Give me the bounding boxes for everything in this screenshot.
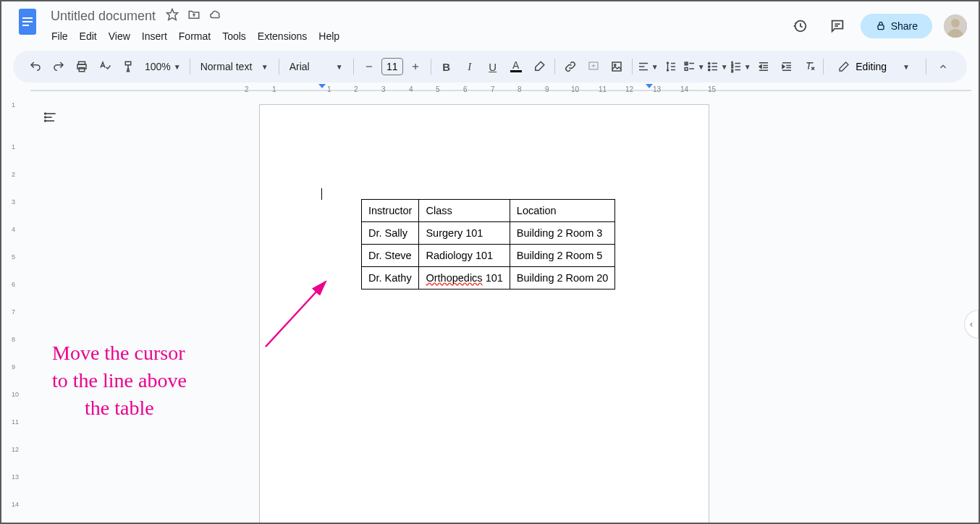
vertical-ruler[interactable]: 1 1 2 3 4 5 6 7 8 9 10 11 12 13 14 — [1, 97, 30, 523]
show-side-panel-button[interactable]: ‹ — [964, 310, 979, 339]
menu-insert[interactable]: Insert — [137, 28, 172, 45]
table-cell[interactable]: Instructor — [362, 200, 419, 222]
svg-point-22 — [614, 64, 615, 66]
svg-rect-31 — [685, 68, 688, 71]
bold-button[interactable]: B — [436, 56, 457, 77]
clear-formatting-button[interactable] — [799, 56, 821, 77]
chevron-down-icon: ▼ — [651, 63, 659, 71]
table-cell[interactable]: Building 2 Room 3 — [510, 222, 615, 245]
underline-button[interactable]: U — [482, 56, 504, 77]
checklist-button[interactable]: ▼ — [683, 56, 705, 77]
outline-toggle-button[interactable] — [39, 106, 62, 129]
svg-point-57 — [45, 113, 46, 114]
print-button[interactable] — [71, 56, 93, 77]
document-title[interactable]: Untitled document — [46, 8, 160, 25]
share-button[interactable]: Share — [861, 14, 932, 38]
editing-mode-button[interactable]: Editing ▼ — [828, 56, 920, 77]
numbered-list-button[interactable]: 123▼ — [730, 56, 751, 77]
menu-edit[interactable]: Edit — [75, 28, 102, 45]
table-cell[interactable]: Dr. Steve — [362, 245, 419, 267]
cloud-status-icon[interactable] — [209, 8, 222, 24]
table-cell[interactable]: Building 2 Room 20 — [510, 267, 615, 290]
table-cell[interactable]: Orthopedics 101 — [419, 267, 510, 290]
chevron-down-icon: ▼ — [698, 63, 705, 71]
redo-button[interactable] — [48, 56, 69, 77]
menu-help[interactable]: Help — [313, 28, 345, 45]
menu-extensions[interactable]: Extensions — [253, 28, 312, 45]
comments-icon[interactable] — [823, 12, 852, 41]
svg-point-10 — [951, 19, 960, 28]
insert-image-button[interactable] — [606, 56, 628, 77]
left-indent-marker[interactable] — [318, 84, 326, 88]
table-cell[interactable]: Radiology 101 — [419, 245, 510, 267]
menu-view[interactable]: View — [104, 28, 135, 45]
italic-button[interactable]: I — [459, 56, 481, 77]
separator — [554, 59, 555, 75]
table-row: Dr. Kathy Orthopedics 101 Building 2 Roo… — [362, 267, 615, 290]
text-color-button[interactable]: A — [505, 56, 527, 77]
insert-link-button[interactable] — [559, 56, 581, 77]
horizontal-ruler[interactable]: 2 1 1 2 3 4 5 6 7 8 9 10 11 12 13 14 15 — [1, 84, 979, 97]
svg-point-58 — [45, 117, 46, 118]
table-row: Dr. Sally Surgery 101 Building 2 Room 3 — [362, 222, 615, 245]
undo-button[interactable] — [25, 56, 46, 77]
menu-file[interactable]: File — [46, 28, 73, 45]
line-spacing-button[interactable] — [660, 56, 682, 77]
collapse-toolbar-button[interactable] — [931, 54, 955, 79]
table-row: Instructor Class Location — [362, 200, 615, 222]
table-cell[interactable]: Dr. Kathy — [362, 267, 419, 290]
text-cursor — [321, 188, 322, 200]
paragraph-style-select[interactable]: Normal text▼ — [195, 58, 274, 75]
table-cell[interactable]: Surgery 101 — [419, 222, 510, 245]
document-table[interactable]: Instructor Class Location Dr. Sally Surg… — [361, 199, 615, 290]
title-area: Untitled document File Edit View — [46, 7, 785, 45]
svg-marker-4 — [167, 9, 178, 20]
align-button[interactable]: ▼ — [637, 56, 659, 77]
separator — [926, 59, 926, 75]
menu-bar: File Edit View Insert Format Tools Exten… — [46, 28, 785, 45]
increase-font-button[interactable] — [405, 56, 426, 77]
increase-indent-button[interactable] — [776, 56, 798, 77]
docs-logo-icon[interactable] — [13, 7, 42, 36]
page[interactable]: Instructor Class Location Dr. Sally Surg… — [259, 104, 709, 523]
table-cell[interactable]: Dr. Sally — [362, 222, 419, 245]
svg-point-35 — [708, 69, 709, 70]
right-indent-marker[interactable] — [646, 84, 653, 88]
font-select[interactable]: Arial▼ — [284, 58, 349, 75]
star-icon[interactable] — [166, 8, 179, 24]
svg-rect-3 — [22, 25, 29, 26]
spellcheck-button[interactable] — [94, 56, 116, 77]
bulleted-list-button[interactable]: ▼ — [706, 56, 728, 77]
chevron-down-icon: ▼ — [336, 63, 343, 71]
font-size-input[interactable] — [381, 58, 403, 75]
svg-rect-8 — [878, 25, 884, 30]
account-avatar[interactable] — [944, 14, 967, 38]
share-button-label: Share — [891, 20, 918, 32]
move-icon[interactable] — [187, 8, 200, 24]
svg-point-34 — [708, 66, 709, 67]
svg-point-59 — [45, 120, 46, 122]
svg-rect-2 — [22, 21, 33, 22]
table-cell[interactable]: Building 2 Room 5 — [510, 245, 615, 267]
menu-tools[interactable]: Tools — [217, 28, 251, 45]
insert-comment-button[interactable] — [583, 56, 604, 77]
decrease-font-button[interactable] — [358, 56, 380, 77]
document-canvas[interactable]: Instructor Class Location Dr. Sally Surg… — [30, 97, 979, 523]
separator — [279, 59, 279, 75]
decrease-indent-button[interactable] — [753, 56, 774, 77]
separator — [431, 59, 431, 75]
highlight-button[interactable] — [528, 56, 550, 77]
chevron-down-icon: ▼ — [721, 63, 728, 71]
header: Untitled document File Edit View — [1, 1, 979, 45]
zoom-select[interactable]: 100%▼ — [140, 58, 185, 75]
table-cell[interactable]: Class — [419, 200, 510, 222]
table-cell[interactable]: Location — [510, 200, 615, 222]
menu-format[interactable]: Format — [174, 28, 216, 45]
toolbar: 100%▼ Normal text▼ Arial▼ B I U A ▼ ▼ ▼ … — [13, 51, 967, 83]
paint-format-button[interactable] — [117, 56, 139, 77]
svg-rect-1 — [22, 17, 33, 19]
chevron-down-icon: ▼ — [174, 63, 181, 71]
separator — [632, 59, 633, 75]
history-icon[interactable] — [785, 12, 814, 41]
table-row: Dr. Steve Radiology 101 Building 2 Room … — [362, 245, 615, 267]
